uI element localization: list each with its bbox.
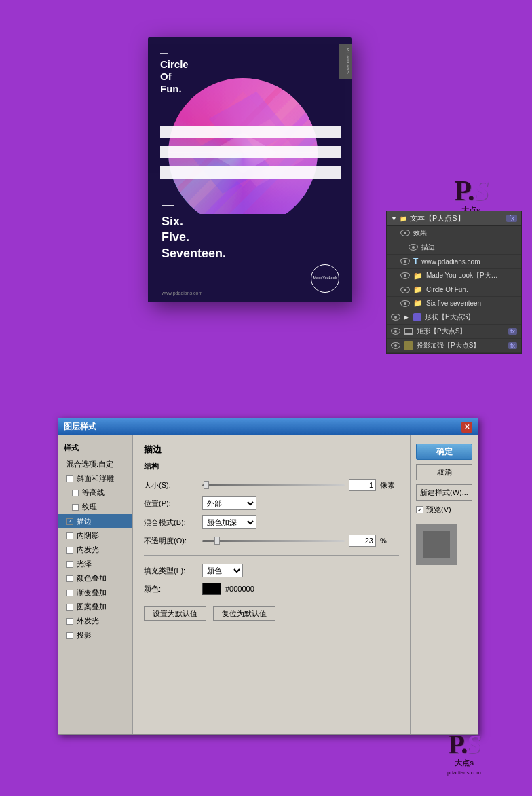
layer-row[interactable]: 📁 Circle Of Fun. — [387, 283, 521, 297]
logo-main-text: P.S — [454, 177, 488, 205]
sidebar-item-color-overlay[interactable]: 颜色叠加 — [58, 571, 132, 585]
blend-select[interactable]: 颜色加深 正常 溶解 正片叠底 — [202, 515, 256, 529]
ok-button[interactable]: 确定 — [416, 444, 472, 460]
sidebar-label: 渐变叠加 — [77, 587, 107, 598]
layer-icon-shape — [413, 313, 421, 321]
sidebar-item-outer-glow[interactable]: 外发光 — [58, 614, 132, 628]
sidebar-label: 等高线 — [82, 488, 104, 498]
sidebar-checkbox[interactable] — [66, 632, 73, 639]
fx-badge: fx — [506, 215, 517, 222]
layer-eye — [400, 230, 410, 236]
layer-row[interactable]: 描边 — [387, 240, 521, 255]
color-label: 颜色: — [144, 584, 198, 594]
sidebar-label: 内阴影 — [77, 530, 99, 541]
sidebar-checkbox[interactable] — [66, 475, 73, 482]
layer-fx-badge: fx — [508, 342, 517, 349]
sidebar-checkbox[interactable] — [66, 604, 73, 611]
sidebar-item-pattern-overlay[interactable]: 图案叠加 — [58, 600, 132, 614]
blend-label: 混合模式(B): — [144, 518, 198, 528]
sidebar-label: 投影 — [77, 630, 92, 640]
sidebar-item-inner-glow[interactable]: 内发光 — [58, 543, 132, 557]
preview-checkbox-row: ✓ 预览(V) — [416, 505, 472, 515]
size-input[interactable] — [349, 479, 376, 491]
layer-row[interactable]: 矩形【P大点S】 fx — [387, 325, 521, 339]
opacity-label: 不透明度(O): — [144, 536, 198, 546]
layer-row[interactable]: 效果 — [387, 226, 521, 240]
layer-row[interactable]: 📁 Six five seventeen — [387, 297, 521, 310]
preview-label: 预览(V) — [426, 505, 451, 515]
layer-row[interactable]: 📁 Made You Look【P大… — [387, 269, 521, 283]
sidebar-checkbox[interactable] — [66, 618, 73, 625]
sidebar-item-inner-shadow[interactable]: 内阴影 — [58, 528, 132, 543]
opacity-input[interactable] — [349, 535, 376, 547]
position-select[interactable]: 外部 内部 居中 — [202, 496, 256, 510]
sidebar-item-contour[interactable]: 等高线 — [58, 486, 132, 500]
layer-row[interactable]: ▶ 形状【P大点S】 — [387, 310, 521, 325]
color-hex: #000000 — [225, 585, 254, 593]
layer-eye — [400, 300, 410, 307]
color-swatch[interactable] — [202, 583, 221, 595]
sidebar-label: 颜色叠加 — [77, 573, 107, 583]
dialog-main: 描边 结构 大小(S): 像素 位置(P): 外部 内部 — [133, 435, 410, 734]
sidebar-item-blend[interactable]: 混合选项:自定 — [58, 457, 132, 471]
dialog-right-panel: 确定 取消 新建样式(W)... ✓ 预览(V) — [410, 435, 478, 734]
opacity-slider-thumb[interactable] — [214, 537, 220, 545]
logo-bottom-domain: pdadians.com — [423, 770, 505, 776]
layer-icon-rect — [404, 328, 413, 335]
opacity-slider[interactable] — [202, 540, 345, 542]
layer-label: 描边 — [421, 242, 517, 252]
layer-eye — [400, 258, 410, 265]
new-style-button[interactable]: 新建样式(W)... — [416, 484, 472, 501]
cancel-button[interactable]: 取消 — [416, 464, 472, 480]
sidebar-checkbox-checked[interactable] — [66, 518, 73, 525]
bottom-buttons: 设置为默认值 复位为默认值 — [144, 606, 399, 621]
layer-icon-smart — [404, 341, 413, 350]
layer-label: Circle Of Fun. — [426, 286, 517, 293]
sidebar-title: 样式 — [58, 441, 132, 457]
size-slider[interactable] — [202, 484, 345, 486]
position-label: 位置(P): — [144, 499, 198, 509]
poster-bar-3 — [160, 166, 341, 179]
sidebar-checkbox[interactable] — [66, 575, 73, 582]
sidebar-checkbox[interactable] — [72, 504, 79, 511]
reset-default-button[interactable]: 复位为默认值 — [213, 606, 276, 621]
group-title: 结构 — [144, 461, 399, 473]
sidebar-item-gradient-overlay[interactable]: 渐变叠加 — [58, 585, 132, 600]
preview-box — [416, 524, 457, 565]
layer-eye — [391, 342, 400, 349]
size-slider-thumb[interactable] — [204, 481, 209, 489]
blend-mode-row: 混合模式(B): 颜色加深 正常 溶解 正片叠底 — [144, 515, 399, 529]
fill-type-select[interactable]: 颜色 渐变 图案 — [202, 564, 243, 577]
layer-row[interactable]: 投影加强【P大点S】 fx — [387, 339, 521, 353]
sidebar-label: 光泽 — [77, 559, 92, 569]
sidebar-label: 纹理 — [82, 502, 97, 512]
layer-folder-icon: 📁 — [413, 299, 423, 308]
sidebar-item-stroke[interactable]: 描边 — [58, 514, 132, 528]
layer-row[interactable]: T www.pdadians.com — [387, 255, 521, 269]
opacity-unit: % — [380, 537, 399, 545]
layer-folder-icon: 📁 — [413, 285, 423, 294]
sidebar-checkbox[interactable] — [66, 590, 73, 596]
poster-six-text: — Six. Five. Seventeen. — [162, 198, 226, 261]
dialog-close-button[interactable]: ✕ — [461, 422, 472, 433]
sidebar-checkbox[interactable] — [72, 490, 79, 496]
section-title: 描边 — [144, 444, 399, 456]
sidebar-item-bevel[interactable]: 斜面和浮雕 — [58, 471, 132, 486]
sidebar-checkbox[interactable] — [66, 532, 73, 539]
sidebar-checkbox[interactable] — [66, 561, 73, 568]
sidebar-item-drop-shadow[interactable]: 投影 — [58, 628, 132, 643]
preview-checkbox[interactable]: ✓ — [416, 506, 423, 513]
layer-folder-icon: 📁 — [413, 272, 423, 281]
opacity-row: 不透明度(O): % — [144, 535, 399, 547]
sidebar-checkbox[interactable] — [66, 547, 73, 554]
layer-style-dialog: 图层样式 ✕ 样式 混合选项:自定 斜面和浮雕 等高线 — [58, 418, 478, 735]
poster-badge: Made You Look — [311, 264, 339, 293]
logo-bottom-main: P.S — [423, 731, 505, 758]
size-label: 大小(S): — [144, 480, 198, 490]
sidebar-item-texture[interactable]: 纹理 — [58, 500, 132, 514]
sidebar-label: 斜面和浮雕 — [77, 473, 114, 484]
sidebar-item-satin[interactable]: 光泽 — [58, 557, 132, 571]
layer-label: 形状【P大点S】 — [425, 312, 517, 322]
set-default-button[interactable]: 设置为默认值 — [144, 606, 206, 621]
poster-brand: PDADIANS — [339, 44, 352, 79]
